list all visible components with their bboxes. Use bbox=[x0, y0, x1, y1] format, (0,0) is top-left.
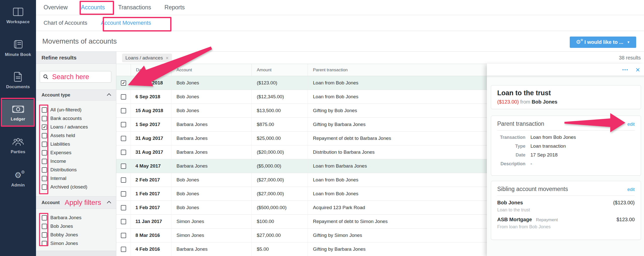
tab-transactions[interactable]: Transactions bbox=[118, 0, 151, 15]
filter-option-loans-advances[interactable]: Loans / advances bbox=[36, 123, 116, 131]
row-checkbox-cell bbox=[116, 187, 131, 201]
sidebar-item-label: Ledger bbox=[11, 117, 25, 122]
sidebar-item-parties[interactable]: Parties bbox=[1, 134, 35, 157]
row-checkbox[interactable] bbox=[121, 219, 126, 224]
parent-transaction-fields: TransactionLoan from Bob JonesTypeLoan t… bbox=[497, 135, 635, 167]
cell-date: 17 Sep 2018 bbox=[131, 76, 171, 90]
sidebar-item-workspace[interactable]: Workspace bbox=[1, 4, 35, 27]
checkbox[interactable] bbox=[42, 232, 47, 238]
header-cell-amount[interactable]: Amount bbox=[252, 64, 308, 76]
row-checkbox[interactable] bbox=[121, 191, 126, 197]
checkbox[interactable] bbox=[42, 224, 47, 229]
section-header-account-type[interactable]: Account type bbox=[36, 89, 116, 101]
row-checkbox[interactable] bbox=[121, 150, 126, 155]
tab-accounts[interactable]: Accounts bbox=[81, 0, 105, 15]
cell-account: Bob Jones bbox=[171, 90, 252, 104]
subtab-chart-of-accounts[interactable]: Chart of Accounts bbox=[44, 20, 87, 26]
checkbox[interactable] bbox=[42, 241, 47, 246]
detail-panel-body: Loan to the trust ($123.00) from Bob Jon… bbox=[487, 76, 644, 256]
sidebar-item-label: Parties bbox=[11, 149, 25, 154]
cell-account: Barbara Jones bbox=[171, 242, 252, 256]
filter-chip[interactable]: Loans / advances × bbox=[122, 54, 172, 62]
cell-amount: ($500,000.00) bbox=[252, 201, 308, 214]
filter-option-bank-accounts[interactable]: Bank accounts bbox=[36, 114, 116, 123]
tab-reports[interactable]: Reports bbox=[164, 0, 185, 15]
section-title: Account type bbox=[42, 92, 70, 98]
search-icon bbox=[43, 74, 49, 80]
sidebar-item-documents[interactable]: Documents bbox=[1, 69, 35, 92]
checkbox[interactable] bbox=[42, 107, 47, 113]
filter-list-account: Barbara JonesBob JonesBobby JonesSimon J… bbox=[36, 209, 116, 251]
sibling-row-asb-mortgage: ASB MortgageRepayment$123.00From loan fr… bbox=[497, 217, 635, 230]
filter-option-assets-held[interactable]: Assets held bbox=[36, 131, 116, 140]
sidebar-item-label: Workspace bbox=[6, 19, 29, 24]
filter-option-all-un-filtered[interactable]: All (un-filtered) bbox=[36, 106, 116, 114]
filter-option-bobby-jones[interactable]: Bobby Jones bbox=[36, 231, 116, 239]
refine-panel: Refine results Search here Account typeA… bbox=[36, 52, 116, 256]
sidebar-item-label: Admin bbox=[11, 183, 25, 188]
row-checkbox[interactable] bbox=[121, 122, 126, 127]
checkbox[interactable] bbox=[42, 176, 47, 181]
filter-option-simon-jones[interactable]: Simon Jones bbox=[36, 239, 116, 248]
cell-account: Bob Jones bbox=[171, 187, 252, 201]
sidebar-item-admin[interactable]: ⚙⚙Admin bbox=[1, 167, 35, 190]
subtab-account-movements[interactable]: Account Movements bbox=[101, 20, 151, 26]
checkbox[interactable] bbox=[42, 133, 47, 138]
sibling-tag: Repayment bbox=[536, 217, 558, 222]
movement-amount: ($123.00) bbox=[497, 99, 519, 105]
row-checkbox[interactable] bbox=[121, 136, 126, 141]
tab-overview[interactable]: Overview bbox=[44, 0, 68, 15]
detail-panel-toolbar: ••• × bbox=[487, 64, 644, 76]
search-input[interactable]: Search here bbox=[40, 71, 111, 83]
filter-option-label: Assets held bbox=[50, 133, 75, 138]
checkbox[interactable] bbox=[42, 124, 47, 130]
sibling-amount: $123.00 bbox=[617, 217, 635, 222]
checkbox[interactable] bbox=[42, 116, 47, 121]
header-cell-account[interactable]: Account bbox=[171, 64, 252, 76]
filter-option-barbara-jones[interactable]: Barbara Jones bbox=[36, 213, 116, 222]
checkbox[interactable] bbox=[42, 150, 47, 155]
filter-option-liabilities[interactable]: Liabilities bbox=[36, 140, 116, 148]
sidebar-item-ledger[interactable]: Ledger bbox=[2, 100, 34, 125]
sidebar-item-minute-book[interactable]: Minute Book bbox=[1, 37, 35, 60]
parties-icon bbox=[12, 137, 24, 147]
row-checkbox[interactable] bbox=[121, 247, 126, 252]
parent-transaction-title: Parent transaction bbox=[497, 120, 544, 127]
close-icon[interactable]: × bbox=[635, 66, 640, 74]
filter-option-bob-jones[interactable]: Bob Jones bbox=[36, 222, 116, 231]
filter-option-income[interactable]: Income bbox=[36, 157, 116, 166]
checkbox[interactable] bbox=[42, 167, 47, 173]
checkbox[interactable] bbox=[42, 159, 47, 164]
header-cell-date[interactable]: Date bbox=[131, 64, 171, 76]
row-checkbox[interactable] bbox=[121, 233, 126, 238]
filter-option-archived-closed[interactable]: Archived (closed) bbox=[36, 183, 116, 191]
row-checkbox[interactable] bbox=[121, 164, 126, 169]
filter-option-distributions[interactable]: Distributions bbox=[36, 166, 116, 174]
checkbox[interactable] bbox=[42, 184, 47, 190]
row-checkbox[interactable] bbox=[121, 177, 126, 183]
more-options-icon[interactable]: ••• bbox=[622, 68, 629, 72]
filter-option-internal[interactable]: Internal bbox=[36, 174, 116, 183]
filter-option-label: All (un-filtered) bbox=[50, 107, 82, 113]
filter-option-expenses[interactable]: Expenses bbox=[36, 148, 116, 157]
cell-account: Barbara Jones bbox=[171, 118, 252, 131]
chip-remove-icon[interactable]: × bbox=[166, 55, 169, 61]
parent-edit-link[interactable]: edit bbox=[627, 122, 635, 127]
filter-option-label: Bob Jones bbox=[50, 223, 73, 229]
sidebar-item-label: Minute Book bbox=[5, 52, 31, 57]
row-checkbox[interactable] bbox=[121, 108, 126, 113]
movement-party: Bob Jones bbox=[532, 99, 557, 105]
siblings-edit-link[interactable]: edit bbox=[627, 187, 635, 192]
checkbox[interactable] bbox=[42, 142, 47, 147]
field-label: Transaction bbox=[497, 135, 525, 140]
row-checkbox[interactable] bbox=[121, 94, 126, 100]
movement-subtitle: ($123.00) from Bob Jones bbox=[497, 99, 635, 105]
section-header-account[interactable]: AccountApply filters bbox=[36, 196, 116, 209]
row-checkbox[interactable] bbox=[121, 80, 126, 86]
i-would-like-to-button[interactable]: ⚙⚙ I would like to ... ▼ bbox=[570, 37, 636, 48]
checkbox[interactable] bbox=[42, 215, 47, 220]
row-checkbox-cell bbox=[116, 173, 131, 187]
cell-amount: $13,500.00 bbox=[252, 104, 308, 117]
row-checkbox[interactable] bbox=[121, 205, 126, 210]
filter-chip-label: Loans / advances bbox=[125, 55, 163, 61]
